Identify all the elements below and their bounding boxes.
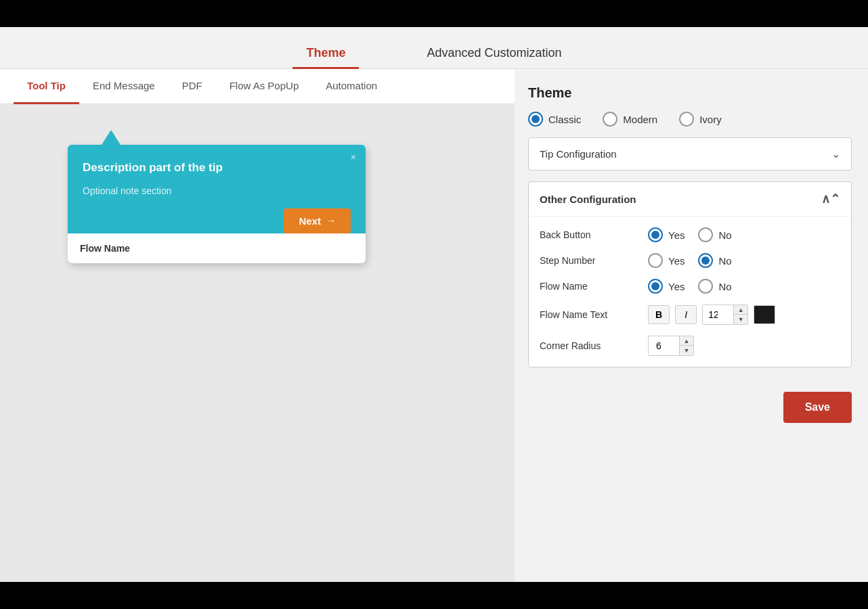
other-configuration-body: Back Button Yes No [529,217,851,367]
radio-classic[interactable]: Classic [528,112,581,127]
radio-back-yes[interactable]: Yes [648,227,685,242]
tab-end-message[interactable]: End Message [79,69,169,104]
tooltip-body: × Description part of the tip Optional n… [68,145,366,221]
radio-label-classic: Classic [548,114,581,125]
tooltip-description: Description part of the tip [83,160,351,176]
radio-ivory[interactable]: Ivory [679,112,722,127]
radio-flow-yes[interactable]: Yes [648,279,685,294]
next-label: Next [299,215,321,227]
bold-button[interactable]: B [648,305,670,324]
close-icon[interactable]: × [351,152,356,162]
corner-radius-row: Corner Radius ▲ ▼ [540,336,840,356]
theme-options: Classic Modern Ivory [528,112,852,127]
radio-back-no[interactable]: No [698,227,731,242]
tab-advanced-customization[interactable]: Advanced Customization [413,39,575,69]
tab-flow-as-popup[interactable]: Flow As PopUp [216,69,313,104]
left-panel: Tool Tip End Message PDF Flow As PopUp A… [0,69,515,582]
italic-button[interactable]: I [675,305,697,324]
flow-name-text-label: Flow Name Text [540,309,648,320]
bottom-bar [0,582,868,609]
arrow-icon: → [326,215,336,226]
radio-circle-back-no [698,227,713,242]
top-bar [0,0,868,27]
radio-label-back-yes: Yes [668,229,685,241]
other-configuration-box: Other Configuration ⌃ Back Button Yes [528,181,852,367]
step-number-controls: Yes No [648,253,732,268]
radio-circle-modern [603,112,617,127]
step-number-row: Step Number Yes No [540,253,840,268]
content-area: Tool Tip End Message PDF Flow As PopUp A… [0,69,868,582]
radio-circle-classic [528,112,543,127]
back-button-label: Back Button [540,229,648,240]
back-button-controls: Yes No [648,227,732,242]
radio-label-modern: Modern [623,114,657,125]
radio-circle-flow-no [698,279,713,294]
font-size-input-box: ▲ ▼ [702,304,748,325]
radio-step-no[interactable]: No [698,253,731,268]
tab-bar: Tool Tip End Message PDF Flow As PopUp A… [0,69,515,104]
radio-modern[interactable]: Modern [603,112,657,127]
top-navigation: Theme Advanced Customization [0,27,868,69]
tab-theme[interactable]: Theme [292,39,359,69]
radio-label-step-yes: Yes [668,255,685,267]
radio-label-back-no: No [718,229,731,241]
tooltip-footer: Flow Name [68,233,366,263]
radio-circle-step-yes [648,253,663,268]
back-button-row: Back Button Yes No [540,227,840,242]
corner-radius-label: Corner Radius [540,340,648,351]
tooltip-note: Optional note section [83,185,351,196]
flow-name-controls: Yes No [648,279,732,294]
radio-step-yes[interactable]: Yes [648,253,685,268]
chevron-up-icon: ⌃ [821,191,840,206]
corner-radius-input[interactable] [649,336,679,355]
theme-section: Theme Classic Modern Ivory [528,85,852,171]
font-size-down[interactable]: ▼ [734,315,747,324]
flow-name-text-row: Flow Name Text B I ▲ ▼ [540,304,840,325]
other-configuration-label: Other Configuration [540,194,636,205]
color-picker[interactable] [754,305,775,324]
main-area: Theme Advanced Customization Tool Tip En… [0,27,868,582]
preview-area: × Description part of the tip Optional n… [0,104,515,582]
chevron-down-icon: ⌄ [831,148,840,160]
radio-circle-step-no [698,253,713,268]
step-number-label: Step Number [540,255,648,266]
radio-circle-back-yes [648,227,663,242]
tooltip-card: × Description part of the tip Optional n… [68,145,366,263]
font-size-up[interactable]: ▲ [734,305,747,315]
radio-label-flow-no: No [718,281,731,292]
radio-flow-no[interactable]: No [698,279,731,294]
corner-radius-up[interactable]: ▲ [680,336,693,346]
save-button[interactable]: Save [783,392,852,423]
flow-name-row: Flow Name Yes No [540,279,840,294]
tip-configuration-dropdown[interactable]: Tip Configuration ⌄ [528,137,852,171]
radio-label-step-no: No [718,255,731,267]
right-panel: Theme Classic Modern Ivory [515,69,868,582]
flow-name-text-controls: B I ▲ ▼ [648,304,775,325]
radio-label-flow-yes: Yes [668,281,685,292]
tab-tooltip[interactable]: Tool Tip [14,69,79,104]
radio-circle-flow-yes [648,279,663,294]
radio-label-ivory: Ivory [699,114,722,125]
corner-radius-spinners: ▲ ▼ [679,336,693,355]
flow-name-label: Flow Name [540,281,648,292]
font-size-input[interactable] [703,305,733,324]
other-configuration-header[interactable]: Other Configuration ⌃ [529,182,851,217]
radio-circle-ivory [679,112,694,127]
font-size-spinners: ▲ ▼ [733,305,747,324]
corner-radius-down[interactable]: ▼ [680,346,693,355]
tip-configuration-label: Tip Configuration [540,148,617,160]
corner-radius-input-box: ▲ ▼ [648,336,694,356]
tooltip-arrow [102,130,121,145]
tab-automation[interactable]: Automation [312,69,391,104]
theme-title: Theme [528,85,852,101]
next-button[interactable]: Next → [284,208,351,233]
tab-pdf[interactable]: PDF [169,69,216,104]
